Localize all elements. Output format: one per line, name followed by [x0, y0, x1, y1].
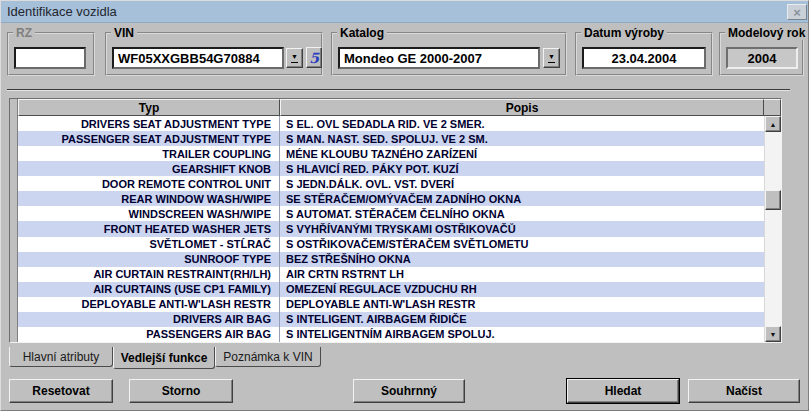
- cell-popis: S HLAVICÍ RED. PÁKY POT. KUZÍ: [280, 163, 764, 175]
- refresh-icon: 5: [309, 51, 319, 65]
- cell-popis: S INTELIGENT. AIRBAGEM ŘIDIČE: [280, 313, 764, 325]
- table-row[interactable]: TRAILER COUPLINGMÉNE KLOUBU TAZNÉHO ZARÍ…: [18, 146, 764, 161]
- scrollbar-thumb[interactable]: [765, 190, 781, 210]
- table-row[interactable]: AIR CURTAIN RESTRAINT(RH/LH)AIR CRTN RST…: [18, 267, 764, 282]
- katalog-dropdown-button[interactable]: ▼: [543, 48, 560, 68]
- vin-input[interactable]: [112, 47, 284, 69]
- window-title: Identifikace vozidla: [7, 4, 117, 19]
- scroll-up-button[interactable]: ▲: [765, 116, 781, 132]
- table-row[interactable]: FRONT HEATED WASHER JETSS VYHŘÍVANÝMI TR…: [18, 221, 764, 236]
- vin-label: VIN: [111, 26, 137, 40]
- close-button[interactable]: ×: [787, 4, 807, 20]
- separator-line: [7, 89, 790, 91]
- datum-vyroby-input[interactable]: [582, 47, 706, 69]
- tab-vedlejsi-funkce[interactable]: Vedlejší funkce: [113, 347, 215, 369]
- cell-typ: DRIVERS AIR BAG: [18, 312, 280, 327]
- cell-popis: S EL. OVL SEDADLA RID. VE 2 SMER.: [280, 118, 764, 130]
- table-row[interactable]: PASSENGER SEAT ADJUSTMENT TYPES MAN. NAS…: [18, 131, 764, 146]
- table-row[interactable]: SUNROOF TYPEBEZ STŘEŠNÍHO OKNA: [18, 252, 764, 267]
- vin-group: VIN ▼ 5: [105, 32, 323, 76]
- cell-popis: BEZ STŘEŠNÍHO OKNA: [280, 253, 764, 265]
- cell-typ: REAR WINDOW WASH/WIPE: [18, 191, 280, 206]
- vertical-scrollbar[interactable]: ▲ ▼: [764, 116, 781, 342]
- scroll-down-icon: ▼: [770, 331, 777, 338]
- nacist-button[interactable]: Načíst: [688, 379, 800, 403]
- table-row[interactable]: DRIVERS AIR BAGS INTELIGENT. AIRBAGEM ŘI…: [18, 312, 764, 327]
- cell-popis: OMEZENÍ REGULACE VZDUCHU RH: [280, 283, 764, 295]
- modelovy-rok-group: Modelový rok 2004: [719, 32, 804, 76]
- tab-hlavni-atributy[interactable]: Hlavní atributy: [9, 347, 113, 367]
- cell-typ: PASSENGERS AIR BAG: [18, 327, 280, 342]
- cell-typ: GEARSHIFT KNOB: [18, 161, 280, 176]
- datum-vyroby-label: Datum výroby: [581, 26, 667, 40]
- storno-button[interactable]: Storno: [129, 379, 233, 403]
- souhrnny-button[interactable]: Souhrnný: [353, 379, 465, 403]
- cell-popis: S OSTŘIKOVAČEM/STĚRAČEM SVĚTLOMETU: [280, 238, 764, 250]
- vin-refresh-button[interactable]: 5: [306, 47, 322, 68]
- cell-popis: S MAN. NAST. SED. SPOLUJ. VE 2 SM.: [280, 133, 764, 145]
- grid-header: Typ Popis: [18, 99, 781, 116]
- dropdown-arrow-icon: ▼: [548, 53, 555, 63]
- scroll-up-icon: ▲: [770, 121, 777, 128]
- katalog-input[interactable]: [338, 47, 540, 69]
- grid-record-marker-column: [10, 99, 18, 342]
- tab-poznamka-k-vin[interactable]: Poznámka k VIN: [215, 347, 321, 367]
- table-row[interactable]: WINDSCREEN WASH/WIPES AUTOMAT. STĚRAČEM …: [18, 206, 764, 221]
- table-row[interactable]: PASSENGERS AIR BAGS INTELIGENTNÍM AIRBAG…: [18, 327, 764, 342]
- modelovy-rok-label: Modelový rok: [725, 26, 808, 40]
- cell-typ: AIR CURTAINS (USE CP1 FAMILY): [18, 282, 280, 297]
- close-icon: ×: [793, 6, 801, 19]
- cell-popis: S VYHŘÍVANÝMI TRYSKAMI OSTŘIKOVAČŮ: [280, 223, 764, 235]
- column-header-popis[interactable]: Popis: [280, 99, 764, 116]
- rz-label: RZ: [13, 26, 35, 40]
- table-row[interactable]: DEPLOYABLE ANTI-W'LASH RESTRDEPLOYABLE A…: [18, 297, 764, 312]
- table-row[interactable]: SVĚTLOMET - STĹRAČS OSTŘIKOVAČEM/STĚRAČE…: [18, 237, 764, 252]
- tab-strip: Hlavní atributy Vedlejší funkce Poznámka…: [9, 347, 321, 369]
- cell-typ: SVĚTLOMET - STĹRAČ: [18, 237, 280, 252]
- cell-typ: DOOR REMOTE CONTROL UNIT: [18, 176, 280, 191]
- cell-typ: SUNROOF TYPE: [18, 252, 280, 267]
- cell-typ: FRONT HEATED WASHER JETS: [18, 221, 280, 236]
- table-row[interactable]: REAR WINDOW WASH/WIPESE STĚRAČEM/OMÝVAČE…: [18, 191, 764, 206]
- table-row[interactable]: DRIVERS SEAT ADJUSTMENT TYPES EL. OVL SE…: [18, 116, 764, 131]
- rz-input[interactable]: [14, 47, 86, 69]
- cell-popis: AIR CRTN RSTRNT LH: [280, 268, 764, 280]
- cell-popis: S AUTOMAT. STĚRAČEM ČELNÍHO OKNA: [280, 208, 764, 220]
- cell-typ: WINDSCREEN WASH/WIPE: [18, 206, 280, 221]
- katalog-label: Katalog: [337, 26, 387, 40]
- table-row[interactable]: DOOR REMOTE CONTROL UNITS JEDN.DÁLK. OVL…: [18, 176, 764, 191]
- cell-popis: DEPLOYABLE ANTI-W'LASH RESTR: [280, 298, 764, 310]
- cell-popis: MÉNE KLOUBU TAZNÉHO ZARÍZENÍ: [280, 148, 764, 160]
- scrollbar-track[interactable]: [765, 132, 781, 326]
- column-header-typ[interactable]: Typ: [18, 99, 280, 116]
- cell-popis: SE STĚRAČEM/OMÝVAČEM ZADNÍHO OKNA: [280, 193, 764, 205]
- katalog-group: Katalog ▼: [331, 32, 567, 76]
- cell-typ: AIR CURTAIN RESTRAINT(RH/LH): [18, 267, 280, 282]
- rz-group: RZ: [7, 32, 95, 76]
- vehicle-identification-dialog: Identifikace vozidla × RZ VIN ▼ 5 Katalo…: [0, 0, 809, 411]
- cell-typ: TRAILER COUPLING: [18, 146, 280, 161]
- resetovat-button[interactable]: Resetovat: [9, 379, 113, 403]
- table-row[interactable]: AIR CURTAINS (USE CP1 FAMILY)OMEZENÍ REG…: [18, 282, 764, 297]
- attributes-grid: Typ Popis DRIVERS SEAT ADJUSTMENT TYPES …: [9, 98, 782, 343]
- cell-typ: DRIVERS SEAT ADJUSTMENT TYPE: [18, 116, 280, 131]
- scroll-down-button[interactable]: ▼: [765, 326, 781, 342]
- hledat-button[interactable]: Hledat: [567, 379, 679, 403]
- table-row[interactable]: GEARSHIFT KNOBS HLAVICÍ RED. PÁKY POT. K…: [18, 161, 764, 176]
- cell-popis: S JEDN.DÁLK. OVL. VST. DVERÍ: [280, 178, 764, 190]
- grid-header-corner: [764, 99, 781, 116]
- cell-popis: S INTELIGENTNÍM AIRBAGEM SPOLUJ.: [280, 328, 764, 340]
- cell-typ: PASSENGER SEAT ADJUSTMENT TYPE: [18, 131, 280, 146]
- titlebar: Identifikace vozidla ×: [1, 1, 809, 23]
- cell-typ: DEPLOYABLE ANTI-W'LASH RESTR: [18, 297, 280, 312]
- vin-dropdown-button[interactable]: ▼: [286, 48, 303, 68]
- modelovy-rok-value: 2004: [726, 47, 798, 69]
- datum-vyroby-group: Datum výroby: [575, 32, 713, 76]
- grid-rows: DRIVERS SEAT ADJUSTMENT TYPES EL. OVL SE…: [18, 116, 764, 342]
- dropdown-arrow-icon: ▼: [291, 53, 298, 63]
